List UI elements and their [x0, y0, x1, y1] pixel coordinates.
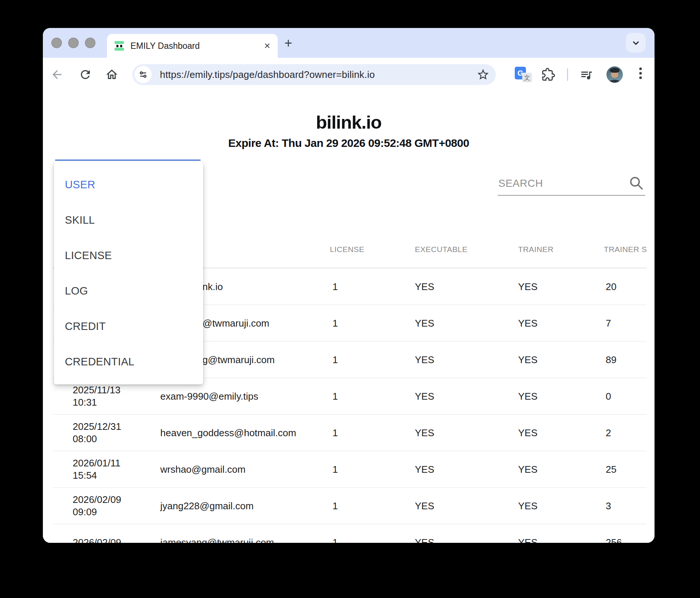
- cell-trainer-skill: 7: [606, 317, 611, 329]
- browser-toolbar: https://emily.tips/page/dashboard?owner=…: [43, 58, 655, 91]
- url-text[interactable]: https://emily.tips/page/dashboard?owner=…: [160, 69, 375, 81]
- table-row[interactable]: 2026/02/09 jamesyang@twmaruji.com 1 YES …: [53, 524, 647, 543]
- cell-trainer: YES: [518, 536, 537, 543]
- address-bar[interactable]: https://emily.tips/page/dashboard?owner=…: [132, 64, 496, 85]
- cell-email: heaven_goddess@hotmail.com: [160, 427, 296, 438]
- traffic-light-close[interactable]: [51, 38, 62, 48]
- cell-executable: YES: [415, 390, 434, 402]
- tab-strip: EMILY Dashboard × +: [43, 28, 655, 58]
- browser-tab[interactable]: EMILY Dashboard ×: [107, 34, 278, 58]
- cell-trainer: YES: [518, 281, 537, 292]
- chevron-down-icon: [630, 37, 641, 48]
- new-tab-button[interactable]: +: [284, 35, 292, 51]
- cell-trainer-skill: 3: [606, 500, 611, 512]
- home-icon[interactable]: [105, 68, 119, 81]
- page-title: bilink.io: [43, 112, 655, 133]
- cell-created-at: 2025/11/1310:31: [73, 384, 120, 409]
- cell-created-at: 2026/02/09: [73, 536, 121, 543]
- cell-executable: YES: [415, 463, 434, 475]
- header-executable: EXECUTABLE: [415, 245, 467, 254]
- menu-item[interactable]: LICENSE: [54, 238, 203, 273]
- back-icon[interactable]: [50, 68, 64, 81]
- cell-trainer-skill: 20: [606, 281, 617, 292]
- cell-created-at: 2026/01/1115:54: [73, 457, 120, 482]
- site-settings-button[interactable]: [135, 66, 152, 83]
- menu-item[interactable]: CREDIT: [54, 309, 203, 344]
- cell-created-at: 2026/02/0909:09: [73, 494, 121, 518]
- search-icon[interactable]: [628, 175, 644, 191]
- expire-at-line: Expire At: Thu Jan 29 2026 09:52:48 GMT+…: [43, 137, 655, 150]
- cell-executable: YES: [415, 354, 434, 365]
- tab-search-chevron-button[interactable]: [626, 33, 646, 53]
- menu-item[interactable]: LOG: [54, 273, 203, 309]
- cell-trainer-skill: 89: [606, 354, 617, 365]
- bookmark-star-icon[interactable]: [476, 68, 490, 81]
- menu-item[interactable]: SKILL: [54, 202, 203, 238]
- search-field[interactable]: SEARCH: [498, 173, 645, 196]
- cell-executable: YES: [415, 281, 434, 292]
- translate-icon[interactable]: G 文: [515, 67, 533, 84]
- cell-license: 1: [332, 463, 338, 475]
- cell-trainer: YES: [518, 500, 537, 512]
- cell-email: jyang228@gmail.com: [160, 500, 253, 512]
- table-row[interactable]: 2025/12/3108:00 heaven_goddess@hotmail.c…: [53, 415, 647, 451]
- traffic-light-minimize[interactable]: [68, 38, 79, 48]
- reload-icon[interactable]: [79, 68, 92, 81]
- cell-license: 1: [332, 536, 338, 543]
- cell-license: 1: [332, 281, 338, 292]
- header-trainer-skill: TRAINER SK: [604, 245, 647, 254]
- tab-title: EMILY Dashboard: [130, 41, 200, 51]
- playlist-music-icon[interactable]: [580, 68, 593, 82]
- cell-trainer-skill: 256: [606, 536, 622, 543]
- cell-email: jamesyang@twmaruji.com: [160, 536, 274, 543]
- cell-license: 1: [332, 317, 338, 329]
- entity-dropdown-menu: USER SKILL LICENSE LOG CREDIT CREDENTIAL: [54, 162, 203, 384]
- cell-email: exam-9990@emily.tips: [160, 390, 258, 402]
- toolbar-separator: [567, 68, 568, 81]
- cell-trainer: YES: [518, 463, 537, 475]
- profile-avatar[interactable]: [606, 66, 623, 83]
- header-trainer: TRAINER: [518, 245, 554, 254]
- cell-executable: YES: [415, 427, 434, 438]
- traffic-light-zoom[interactable]: [85, 38, 95, 48]
- site-favicon-icon: [114, 41, 124, 51]
- cell-license: 1: [332, 500, 338, 512]
- cell-executable: YES: [415, 317, 434, 329]
- select-focus-underline: [55, 160, 201, 161]
- browser-window: EMILY Dashboard × +: [43, 28, 655, 543]
- browser-menu-icon[interactable]: [639, 67, 642, 79]
- cell-license: 1: [332, 390, 338, 402]
- cell-license: 1: [332, 427, 338, 438]
- search-placeholder: SEARCH: [498, 177, 543, 189]
- cell-executable: YES: [415, 536, 434, 543]
- tune-icon: [138, 70, 148, 79]
- table-row[interactable]: 2026/02/0909:09 jyang228@gmail.com 1 YES…: [53, 488, 647, 524]
- header-license: LICENSE: [330, 245, 365, 254]
- page-content: bilink.io Expire At: Thu Jan 29 2026 09:…: [43, 91, 655, 543]
- cell-trainer-skill: 0: [606, 390, 611, 402]
- cell-license: 1: [332, 354, 338, 365]
- cell-email: wrshao@gmail.com: [160, 463, 246, 475]
- menu-item[interactable]: USER: [54, 167, 203, 202]
- cell-trainer-skill: 2: [606, 427, 611, 438]
- cell-trainer: YES: [518, 354, 537, 365]
- cell-trainer: YES: [518, 427, 537, 438]
- cell-trainer: YES: [518, 390, 537, 402]
- tab-close-icon[interactable]: ×: [264, 41, 270, 51]
- cell-created-at: 2025/12/3108:00: [73, 421, 121, 445]
- cell-trainer: YES: [518, 317, 537, 329]
- cell-executable: YES: [415, 500, 434, 512]
- extensions-puzzle-icon[interactable]: [542, 68, 555, 81]
- table-row[interactable]: 2026/01/1115:54 wrshao@gmail.com 1 YES Y…: [53, 451, 647, 488]
- menu-item[interactable]: CREDENTIAL: [54, 344, 203, 380]
- cell-trainer-skill: 25: [606, 463, 617, 475]
